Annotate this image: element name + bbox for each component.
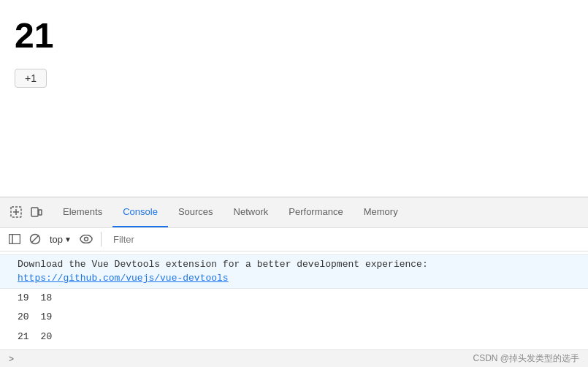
- toolbar-separator: [101, 232, 102, 246]
- tab-elements[interactable]: Elements: [53, 197, 112, 227]
- devtools-tabs: Elements Console Sources Network Perform…: [53, 197, 408, 227]
- log-num-20: 20: [18, 310, 29, 325]
- tab-performance[interactable]: Performance: [278, 197, 353, 227]
- console-log-line-3: 21 20: [0, 328, 588, 347]
- console-info-link[interactable]: https://github.com/vuejs/vue-devtools: [18, 273, 229, 284]
- device-toggle-icon[interactable]: [26, 202, 47, 222]
- context-label: top: [50, 234, 63, 245]
- log-num-18: 18: [41, 291, 53, 306]
- tab-network[interactable]: Network: [224, 197, 279, 227]
- log-num-19: 19: [18, 291, 29, 306]
- console-info-message: Download the Vue Devtools extension for …: [0, 254, 588, 289]
- svg-rect-3: [31, 208, 38, 216]
- console-log-line-2: 20 19: [0, 308, 588, 328]
- console-sidebar-icon[interactable]: [6, 230, 23, 248]
- devtools-toolbar: Elements Console Sources Network Perform…: [0, 197, 588, 228]
- increment-button[interactable]: +1: [15, 69, 47, 88]
- log-num-19b: 19: [41, 310, 53, 325]
- tab-sources[interactable]: Sources: [168, 197, 224, 227]
- devtools-bottom-bar: > CSDN @掉头发类型的选手: [0, 349, 588, 367]
- console-info-text: Download the Vue Devtools extension for …: [18, 259, 428, 270]
- page-content: 21 +1: [0, 0, 588, 161]
- svg-rect-5: [9, 235, 20, 244]
- svg-line-8: [31, 235, 39, 243]
- svg-rect-4: [39, 210, 42, 215]
- context-selector[interactable]: top ▼: [47, 232, 75, 246]
- svg-point-9: [80, 235, 92, 243]
- console-sub-toolbar: top ▼: [0, 228, 588, 251]
- devtools-panel: Elements Console Sources Network Perform…: [0, 197, 588, 368]
- log-num-21: 21: [18, 330, 29, 344]
- log-num-20b: 20: [41, 330, 53, 344]
- console-log-line-1: 19 18: [0, 289, 588, 309]
- inspect-icon[interactable]: [6, 202, 26, 222]
- bottom-credit-text: CSDN @掉头发类型的选手: [473, 352, 579, 365]
- tab-console[interactable]: Console: [112, 197, 168, 227]
- console-eye-icon[interactable]: [77, 230, 95, 248]
- filter-input[interactable]: [107, 234, 582, 245]
- counter-display: 21: [15, 15, 573, 57]
- console-block-icon[interactable]: [26, 230, 44, 248]
- console-output: Download the Vue Devtools extension for …: [0, 251, 588, 350]
- svg-point-10: [84, 238, 88, 241]
- console-prompt-arrow[interactable]: >: [9, 354, 14, 364]
- tab-memory[interactable]: Memory: [354, 197, 408, 227]
- chevron-down-icon: ▼: [64, 235, 72, 243]
